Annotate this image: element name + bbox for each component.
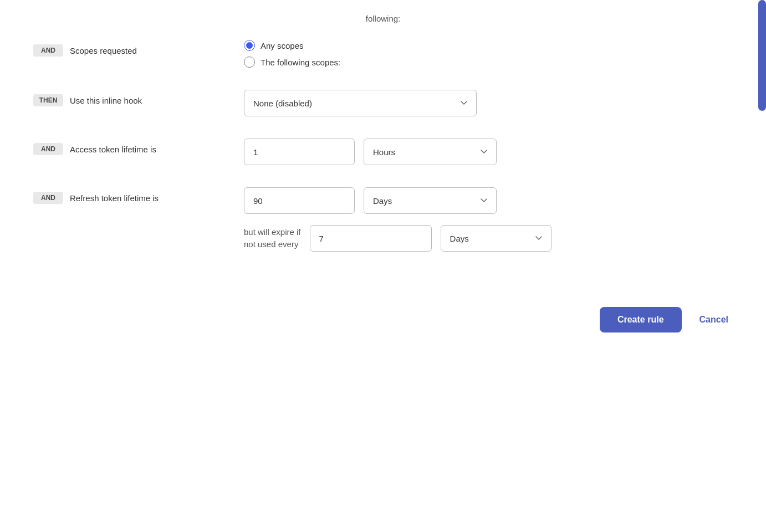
inline-hook-controls: None (disabled) [244,90,733,116]
refresh-token-unit-select[interactable]: Days Hours Minutes [364,187,497,214]
refresh-expire-row: but will expire if not used every Days H… [244,225,733,252]
refresh-token-number-unit: Days Hours Minutes [244,187,733,214]
inline-hook-badge: THEN [33,94,63,106]
expire-label-line2: not used every [244,239,298,249]
scopes-label-side: AND Scopes requested [33,40,222,57]
scrollbar[interactable] [758,0,766,111]
scopes-radio-group: Any scopes The following scopes: [244,40,733,68]
expire-unit-select[interactable]: Days Hours Minutes [441,225,551,252]
access-token-badge: AND [33,143,63,155]
scopes-label: Scopes requested [70,46,137,55]
page-container: following: AND Scopes requested Any scop… [0,0,766,532]
create-rule-button[interactable]: Create rule [600,307,682,332]
refresh-token-value-input[interactable] [244,187,355,214]
access-token-controls: Hours Minutes Days [244,139,733,165]
access-token-label-side: AND Access token lifetime is [33,139,222,155]
top-text: following: [0,11,766,23]
footer-buttons: Create rule Cancel [0,274,766,332]
access-token-value-input[interactable] [244,139,355,165]
refresh-token-badge: AND [33,192,63,204]
access-token-number-unit: Hours Minutes Days [244,139,733,165]
expire-value-input[interactable] [310,225,432,252]
inline-hook-label: Use this inline hook [70,96,142,105]
access-token-label: Access token lifetime is [70,145,156,154]
access-token-row: AND Access token lifetime is Hours Minut… [33,139,733,165]
radio-any-label: Any scopes [261,41,304,50]
radio-following-input[interactable] [244,57,255,68]
inline-hook-select[interactable]: None (disabled) [244,90,477,116]
inline-hook-label-side: THEN Use this inline hook [33,90,222,106]
radio-following-scopes[interactable]: The following scopes: [244,57,733,68]
radio-following-label: The following scopes: [261,58,340,67]
radio-any-scopes[interactable]: Any scopes [244,40,733,51]
scopes-row: AND Scopes requested Any scopes The foll… [33,40,733,68]
access-token-unit-select[interactable]: Hours Minutes Days [364,139,497,165]
expire-label: but will expire if not used every [244,226,301,251]
refresh-token-controls: Days Hours Minutes but will expire if no… [244,187,733,252]
scopes-badge: AND [33,44,63,57]
form-section: AND Scopes requested Any scopes The foll… [0,40,766,252]
inline-hook-row: THEN Use this inline hook None (disabled… [33,90,733,116]
expire-label-line1: but will expire if [244,227,301,237]
refresh-token-label: Refresh token lifetime is [70,193,159,203]
refresh-token-row: AND Refresh token lifetime is Days Hours… [33,187,733,252]
cancel-button[interactable]: Cancel [695,307,733,332]
radio-any-input[interactable] [244,40,255,51]
refresh-token-label-side: AND Refresh token lifetime is [33,187,222,204]
scopes-controls: Any scopes The following scopes: [244,40,733,68]
